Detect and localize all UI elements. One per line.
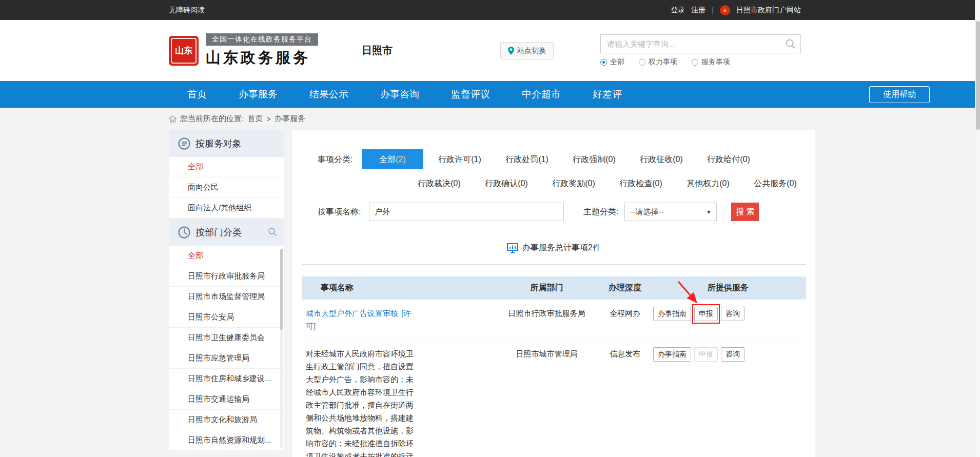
scope-option-all[interactable]: 全部 [600, 57, 624, 67]
brand-name: 山东政务服务 [206, 48, 318, 68]
breadcrumb: 您当前所在的位置: 首页 > 办事服务 [169, 108, 801, 130]
tab-other-power[interactable]: 其他权力(0) [677, 173, 739, 193]
item-name-link[interactable]: 城市大型户外广告设置审核 [306, 309, 398, 317]
item-depth: 全程网办 [600, 307, 650, 320]
nav-item-services[interactable]: 办事服务 [239, 88, 278, 101]
search-icon[interactable] [785, 38, 796, 49]
tab-count: (0) [605, 155, 616, 164]
sidebar-title-service-object: 按服务对象 [195, 137, 242, 150]
scope-option-service[interactable]: 服务事项 [692, 57, 730, 67]
tab-label: 其他权力 [687, 179, 719, 188]
nav-item-consult[interactable]: 办事咨询 [380, 88, 419, 101]
tab-label: 行政确认 [485, 179, 518, 188]
sidebar-item-citizen[interactable]: 面向公民 [169, 177, 284, 198]
breadcrumb-label: 您当前所在的位置: [180, 114, 244, 124]
tab-penalty[interactable]: 行政处罚(1) [496, 149, 558, 169]
search-button[interactable]: 搜 索 [731, 203, 759, 221]
tab-public-service[interactable]: 公共服务(0) [744, 173, 806, 193]
tab-confirmation[interactable]: 行政确认(0) [476, 173, 537, 193]
sidebar-scrollbar[interactable] [280, 249, 283, 448]
sidebar-item-service-all[interactable]: 全部 [169, 157, 284, 177]
tab-label: 行政检查 [619, 179, 652, 188]
tab-adjudication[interactable]: 行政裁决(0) [408, 173, 470, 193]
breadcrumb-home-link[interactable]: 首页 [247, 114, 263, 124]
sidebar-item-dept-market[interactable]: 日照市市场监督管理局 [169, 287, 284, 307]
keyword-search-input[interactable] [600, 34, 801, 53]
radio-icon [639, 59, 645, 66]
sidebar-item-dept-transport[interactable]: 日照市交通运输局 [169, 389, 284, 410]
national-emblem-icon: ★ [720, 5, 730, 15]
topbar-divider: | [712, 6, 714, 14]
scope-label: 权力事项 [649, 57, 677, 67]
tab-label: 行政给付 [707, 155, 740, 164]
tab-all[interactable]: 全部(2) [362, 149, 423, 169]
tab-label: 行政奖励 [552, 179, 585, 188]
brand-logo[interactable]: 山东 全国一体化在线政务服务平台 山东政务服务 [169, 33, 318, 68]
department-search-icon[interactable] [268, 227, 277, 236]
tab-payment[interactable]: 行政给付(0) [698, 149, 759, 169]
breadcrumb-separator: > [266, 114, 271, 123]
table-row: 对未经城市人民政府市容环境卫生行政主管部门同意，擅自设置大型户外广告，影响市容的… [302, 340, 806, 457]
tab-count: (0) [673, 155, 683, 164]
col-header-services: 所提供服务 [650, 283, 806, 293]
topbar-right: 登录 注册 | ★ 日照市政府门户网站 [671, 5, 801, 15]
tab-license[interactable]: 行政许可(1) [429, 149, 491, 169]
tab-levy[interactable]: 行政征收(0) [631, 149, 692, 169]
page-scrollbar-thumb[interactable] [976, 21, 980, 130]
apply-button-disabled[interactable]: 申报 [694, 347, 718, 362]
sidebar-item-dept-all[interactable]: 全部 [169, 246, 284, 266]
radio-icon [600, 59, 607, 66]
tab-count: (0) [652, 179, 662, 188]
guide-button[interactable]: 办事指南 [653, 307, 691, 321]
nav-item-rating[interactable]: 好差评 [593, 88, 622, 101]
platform-badge: 全国一体化在线政务服务平台 [206, 33, 318, 46]
item-name-text: 对未经城市人民政府市容环境卫生行政主管部门同意，擅自设置大型户外广告，影响市容的… [306, 347, 416, 457]
sidebar-item-dept-housing[interactable]: 日照市住房和城乡建设... [169, 369, 284, 389]
portal-link[interactable]: 日照市政府门户网站 [736, 6, 801, 15]
brand-seal-logo: 山东 [169, 36, 199, 66]
register-link[interactable]: 注册 [691, 6, 705, 15]
sidebar-item-dept-culture[interactable]: 日照市文化和旅游局 [169, 410, 284, 430]
guide-button[interactable]: 办事指南 [653, 347, 691, 362]
sidebar-item-dept-approval[interactable]: 日照市行政审批服务局 [169, 266, 284, 287]
tab-label: 全部 [379, 155, 396, 164]
service-object-icon [178, 137, 190, 150]
main-content: 按服务对象 全部 面向公民 面向法人/其他组织 按部门分类 全部 日照市行政审批… [169, 130, 801, 457]
consult-button[interactable]: 咨询 [721, 307, 744, 321]
tab-label: 公共服务 [754, 179, 787, 188]
sidebar-item-dept-resources[interactable]: 日照市自然资源和规划... [169, 430, 284, 451]
col-header-depth: 办理深度 [600, 283, 650, 293]
item-name-input[interactable] [369, 203, 564, 221]
accessibility-link[interactable]: 无障碍阅读 [169, 6, 205, 15]
apply-button[interactable]: 申报 [694, 307, 718, 321]
sidebar-item-dept-health[interactable]: 日照市卫生健康委员会 [169, 328, 284, 348]
help-button[interactable]: 使用帮助 [869, 86, 930, 103]
sidebar-item-dept-emergency[interactable]: 日照市应急管理局 [169, 348, 284, 369]
sidebar-title-department: 按部门分类 [195, 226, 242, 239]
nav-item-intermediary[interactable]: 中介超市 [522, 88, 561, 101]
sidebar-header-service-object: 按服务对象 [169, 130, 284, 157]
sidebar-scrollbar-thumb[interactable] [280, 249, 283, 330]
tab-inspection[interactable]: 行政检查(0) [610, 173, 672, 193]
topic-select-value: --请选择-- [630, 207, 663, 217]
nav-item-results[interactable]: 结果公示 [309, 88, 348, 101]
topic-select[interactable]: --请选择-- ▼ [624, 203, 717, 221]
site-switch-button[interactable]: 站点切换 [500, 42, 554, 59]
page-scrollbar[interactable] [975, 0, 980, 457]
tab-reward[interactable]: 行政奖励(0) [543, 173, 604, 193]
category-label: 事项分类: [318, 149, 362, 169]
scope-option-power[interactable]: 权力事项 [639, 57, 677, 67]
consult-button[interactable]: 咨询 [721, 347, 744, 362]
topbar: 无障碍阅读 登录 注册 | ★ 日照市政府门户网站 [0, 0, 980, 20]
sidebar-item-legal-person[interactable]: 面向法人/其他组织 [169, 198, 284, 218]
nav-item-supervision[interactable]: 监督评议 [451, 88, 490, 101]
item-depth: 信息发布 [600, 347, 650, 360]
tab-count: (2) [396, 155, 406, 164]
nav-item-home[interactable]: 首页 [187, 88, 207, 101]
name-filter-row: 按事项名称: 主题分类: --请选择-- ▼ 搜 索 [302, 203, 806, 221]
sidebar-item-dept-police[interactable]: 日照市公安局 [169, 307, 284, 328]
tab-coercion[interactable]: 行政强制(0) [563, 149, 625, 169]
city-name: 日照市 [362, 44, 393, 57]
tab-label: 行政处罚 [505, 155, 538, 164]
login-link[interactable]: 登录 [671, 6, 685, 15]
